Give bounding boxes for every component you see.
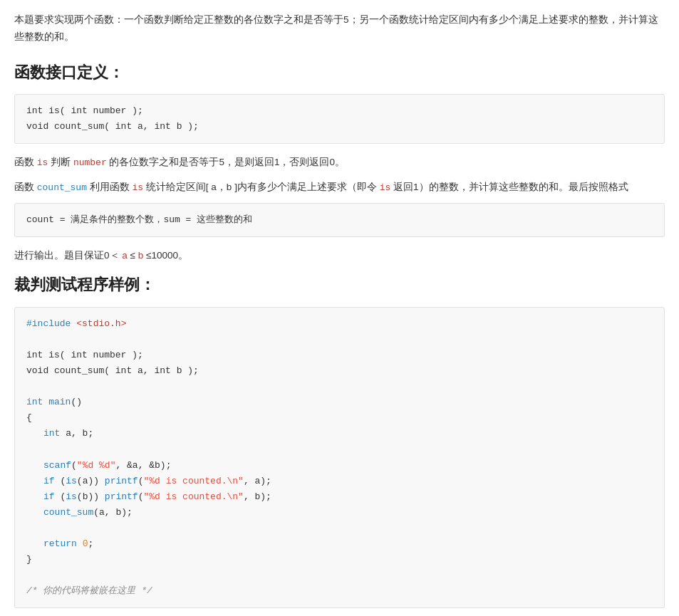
judge-code-block: #include <stdio.h> int is( int number );… <box>14 307 665 609</box>
judge-line-blank4 <box>26 521 653 536</box>
interface-title: 函数接口定义： <box>14 59 665 85</box>
judge-line-brace-close: } <box>26 552 653 568</box>
judge-line-main: int main() <box>26 395 653 410</box>
judge-line-cs-decl: void count_sum( int a, int b ); <box>26 363 653 379</box>
judge-title: 裁判测试程序样例： <box>14 271 665 298</box>
interface-code-line-1: int is( int number ); <box>26 103 653 119</box>
judge-line-brace-open: { <box>26 410 653 426</box>
format-code-block: count = 满足条件的整数个数，sum = 这些整数的和 <box>14 203 665 237</box>
judge-line-blank3 <box>26 442 653 457</box>
judge-line-comment: /* 你的代码将被嵌在这里 */ <box>26 583 653 599</box>
judge-line-count-sum: count_sum(a, b); <box>26 505 653 521</box>
var-b: b <box>138 250 144 261</box>
judge-line-is-decl: int is( int number ); <box>26 348 653 363</box>
kw-count-sum: count_sum <box>37 182 87 193</box>
desc2: 函数 count_sum 利用函数 is 统计给定区间[ a，b ]内有多少个满… <box>14 179 665 196</box>
judge-line-blank1 <box>26 332 653 348</box>
var-a: a <box>122 250 128 261</box>
judge-line-scanf: scanf("%d %d", &a, &b); <box>26 458 653 474</box>
judge-line-return: return 0; <box>26 536 653 552</box>
format-code-line: count = 满足条件的整数个数，sum = 这些整数的和 <box>26 212 653 228</box>
judge-line-include: #include <stdio.h> <box>26 316 653 332</box>
judge-line-blank2 <box>26 379 653 395</box>
kw-is-2: is <box>133 182 144 193</box>
interface-code-block: int is( int number ); void count_sum( in… <box>14 94 665 144</box>
judge-line-if-a: if (is(a)) printf("%d is counted.\n", a)… <box>26 474 653 489</box>
desc3: 进行输出。题目保证0＜ a ≤ b ≤10000。 <box>14 247 665 264</box>
kw-number: number <box>73 157 107 168</box>
intro-text: 本题要求实现两个函数：一个函数判断给定正整数的各位数字之和是否等于5；另一个函数… <box>14 11 665 46</box>
judge-line-int-ab: int a, b; <box>26 426 653 442</box>
judge-line-if-b: if (is(b)) printf("%d is counted.\n", b)… <box>26 489 653 505</box>
kw-is-3: is <box>380 182 391 193</box>
judge-line-blank5 <box>26 568 653 583</box>
kw-is-1: is <box>37 157 48 168</box>
desc1: 函数 is 判断 number 的各位数字之和是否等于5，是则返回1，否则返回0… <box>14 154 665 171</box>
interface-code-line-2: void count_sum( int a, int b ); <box>26 119 653 135</box>
